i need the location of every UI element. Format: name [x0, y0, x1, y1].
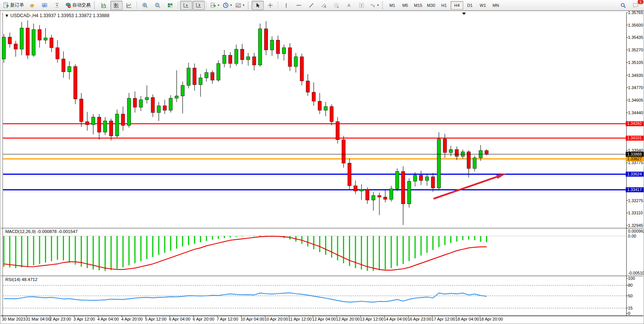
- svg-text:1.33110: 1.33110: [628, 211, 643, 215]
- cursor-icon: [255, 2, 261, 8]
- svg-text:31 Mar 04:00: 31 Mar 04:00: [26, 317, 51, 321]
- price-axis-badge: 1.33417: [626, 187, 644, 192]
- timeframe-button-m1[interactable]: M1: [386, 1, 399, 10]
- timeframe-button-d1[interactable]: D1: [464, 1, 476, 10]
- auto-trading-button[interactable]: 自动交易: [64, 1, 92, 10]
- line-chart-icon: [126, 2, 132, 8]
- price-axis-badge: 1.34292: [626, 121, 644, 126]
- svg-text:T: T: [360, 3, 363, 7]
- svg-text:1.33888: 1.33888: [627, 152, 642, 156]
- timeframe-button-m5[interactable]: M5: [399, 1, 411, 10]
- text-tool-button[interactable]: A: [343, 1, 355, 10]
- price-axis-badge: 1.34101: [626, 136, 644, 140]
- svg-text:2 Apr 23:00: 2 Apr 23:00: [49, 317, 71, 321]
- notification-badge: 1: [638, 0, 644, 4]
- svg-text:1.34605: 1.34605: [628, 98, 643, 102]
- line-chart-button[interactable]: [123, 1, 135, 10]
- signals-button[interactable]: [51, 1, 63, 10]
- svg-text:MACD(12,26,9) -0.000878 -0.001: MACD(12,26,9) -0.000878 -0.001547: [5, 229, 78, 234]
- price-axis-badge: 1.33888: [626, 152, 644, 157]
- toolbar-grip: [248, 2, 250, 9]
- candlestick-chart-button[interactable]: [110, 1, 123, 10]
- channel-tool-button[interactable]: E: [318, 1, 330, 10]
- tile-windows-icon: [167, 2, 173, 8]
- svg-text:15: 15: [628, 306, 633, 310]
- fibonacci-tool-button[interactable]: F: [330, 1, 343, 10]
- svg-text:4 Apr 04:00: 4 Apr 04:00: [97, 317, 119, 321]
- svg-text:1.34770: 1.34770: [628, 85, 643, 90]
- svg-text:1.34101: 1.34101: [627, 136, 642, 140]
- svg-text:1.35105: 1.35105: [628, 60, 643, 65]
- dropdown-caret-icon: ▾: [377, 3, 379, 7]
- svg-text:0.00: 0.00: [628, 234, 636, 238]
- arrows-tool-button[interactable]: ▾: [368, 1, 380, 10]
- svg-text:1.35435: 1.35435: [628, 35, 643, 40]
- horizontal-line-tool-button[interactable]: [293, 1, 305, 10]
- svg-text:18 Apr 04:00: 18 Apr 04:00: [455, 317, 479, 321]
- timeframe-button-h4[interactable]: H4: [451, 1, 463, 10]
- chart-area[interactable]: 1.357651.356001.354351.352701.351051.349…: [0, 11, 644, 324]
- svg-text:30 Mar 2023: 30 Mar 2023: [2, 317, 26, 321]
- svg-text:6 Apr 20:00: 6 Apr 20:00: [193, 317, 214, 321]
- equidistant-channel-icon: E: [321, 2, 327, 8]
- new-order-label: 新订单: [10, 2, 24, 8]
- trendline-tool-button[interactable]: [305, 1, 317, 10]
- timeframe-button-w1[interactable]: W1: [477, 1, 489, 10]
- timeframe-button-mn[interactable]: MN: [489, 1, 502, 10]
- svg-text:A: A: [348, 3, 351, 8]
- notifications-button[interactable]: 1: [630, 1, 642, 10]
- zoom-out-button[interactable]: [151, 1, 164, 10]
- signals-icon: [54, 2, 60, 8]
- chart-title: ▼ USDCAD-,H4 1.33937 1.33953 1.33872 1.3…: [5, 13, 110, 18]
- svg-text:▼ USDCAD-,H4 1.33937 1.33953: ▼ USDCAD-,H4 1.33937 1.33953 1.33872 1.3…: [5, 13, 110, 18]
- svg-text:1.34292: 1.34292: [627, 121, 642, 126]
- market-depth-icon: [41, 2, 48, 8]
- timeframe-button-m30[interactable]: M30: [425, 1, 437, 10]
- indicators-button[interactable]: ▾: [209, 1, 221, 10]
- auto-scroll-icon: [183, 2, 189, 8]
- svg-text:10 Apr 04:00: 10 Apr 04:00: [241, 317, 264, 321]
- svg-text:80: 80: [628, 283, 633, 287]
- zoom-in-icon: [142, 2, 148, 8]
- toolbar-separator: [206, 2, 207, 9]
- svg-text:11 Apr 12:00: 11 Apr 12:00: [288, 317, 312, 321]
- price-chart-svg: 1.357651.356001.354351.352701.351051.349…: [0, 11, 644, 324]
- chart-shift-icon: [196, 2, 202, 8]
- cursor-button[interactable]: [252, 1, 264, 10]
- vertical-line-tool-button[interactable]: [280, 1, 292, 10]
- text-label-icon: T: [359, 2, 365, 8]
- toolbar-separator: [178, 2, 179, 9]
- market-depth-button[interactable]: [38, 1, 51, 10]
- svg-text:6 Apr 04:00: 6 Apr 04:00: [169, 317, 190, 321]
- svg-text:12 Apr 20:00: 12 Apr 20:00: [336, 317, 360, 321]
- gold-bar-icon: [29, 2, 35, 8]
- svg-text:18 Apr 20:00: 18 Apr 20:00: [479, 317, 503, 321]
- svg-text:1.33827: 1.33827: [627, 156, 642, 161]
- new-order-button[interactable]: 新订单: [2, 1, 26, 10]
- svg-text:100: 100: [628, 276, 635, 281]
- zoom-out-icon: [155, 2, 161, 8]
- auto-scroll-button[interactable]: [180, 1, 192, 10]
- clock-icon: [223, 2, 229, 8]
- text-label-tool-button[interactable]: T: [355, 1, 368, 10]
- timeframe-button-h1[interactable]: H1: [438, 1, 450, 10]
- templates-button[interactable]: ▾: [234, 1, 246, 10]
- gold-button[interactable]: [26, 1, 38, 10]
- svg-text:-0.005107: -0.005107: [628, 271, 644, 275]
- search-button[interactable]: [617, 1, 629, 10]
- crosshair-button[interactable]: [264, 1, 276, 10]
- arrows-icon: [370, 2, 376, 8]
- bar-chart-button[interactable]: [98, 1, 110, 10]
- dropdown-caret-icon: ▾: [230, 3, 232, 7]
- trendline-icon: [308, 2, 314, 8]
- tile-windows-button[interactable]: [164, 1, 176, 10]
- svg-text:1.33624: 1.33624: [627, 172, 642, 176]
- timeframe-button-m15[interactable]: M15: [412, 1, 424, 10]
- svg-text:E: E: [325, 6, 326, 8]
- chart-shift-button[interactable]: [193, 1, 205, 10]
- vertical-line-icon: [283, 2, 289, 8]
- fibonacci-icon: F: [333, 2, 340, 8]
- svg-text:0.000962: 0.000962: [628, 229, 644, 233]
- zoom-in-button[interactable]: [139, 1, 151, 10]
- periods-button[interactable]: ▾: [221, 1, 233, 10]
